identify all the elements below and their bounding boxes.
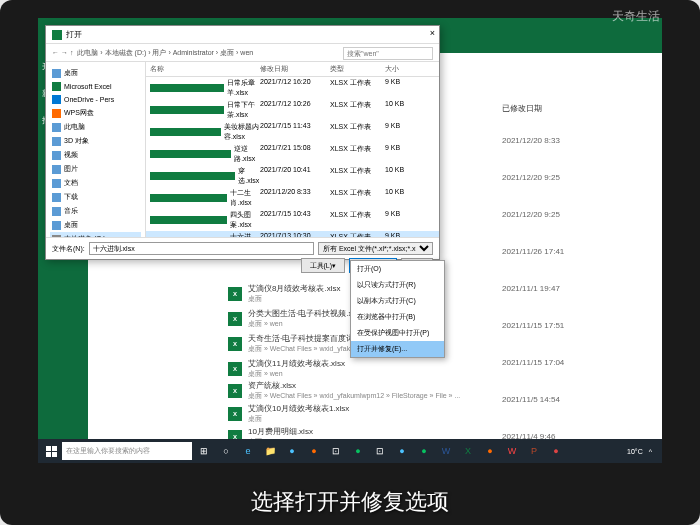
excel-icon: X xyxy=(228,362,242,376)
dd-open-readonly[interactable]: 以只读方式打开(R) xyxy=(351,277,444,293)
dialog-body: 桌面Microsoft ExcelOneDrive - PersWPS网盘此电脑… xyxy=(46,62,439,237)
app-icon[interactable]: ● xyxy=(414,441,434,461)
task-view-icon[interactable]: ⊞ xyxy=(194,441,214,461)
sidebar-item[interactable]: 视频 xyxy=(50,148,141,162)
app-icon[interactable]: P xyxy=(524,441,544,461)
app-icon[interactable]: ● xyxy=(282,441,302,461)
breadcrumb[interactable]: 此电脑 › 本地磁盘 (D:) › 用户 › Administrator › 桌… xyxy=(77,48,253,58)
system-tray[interactable]: 10°C ^ xyxy=(627,448,658,455)
edge-icon[interactable]: e xyxy=(238,441,258,461)
file-row[interactable]: 十二生肖.xlsx2021/12/20 8:33XLSX 工作表10 KB xyxy=(146,187,439,209)
sidebar-item[interactable]: 桌面 xyxy=(50,218,141,232)
app-icon[interactable]: W xyxy=(502,441,522,461)
recent-file[interactable]: X艾滴仪10月绩效考核表1.xlsx桌面 xyxy=(228,403,349,424)
sidebar-item[interactable]: 3D 对象 xyxy=(50,134,141,148)
sidebar-item[interactable]: 桌面 xyxy=(50,66,141,80)
wechat-icon[interactable]: ● xyxy=(348,441,368,461)
dd-open-copy[interactable]: 以副本方式打开(C) xyxy=(351,293,444,309)
filter-select[interactable]: 所有 Excel 文件(*.xl*;*.xlsx;*.xl xyxy=(318,242,433,255)
app-icon[interactable]: ● xyxy=(392,441,412,461)
sidebar-item[interactable]: WPS网盘 xyxy=(50,106,141,120)
excel-icon: X xyxy=(228,287,242,301)
recent-file[interactable]: X艾滴仪11月绩效考核表.xlsx桌面 » wen xyxy=(228,358,345,379)
dialog-sidebar: 桌面Microsoft ExcelOneDrive - PersWPS网盘此电脑… xyxy=(46,62,146,237)
excel-icon: X xyxy=(228,407,242,421)
excel-icon: X xyxy=(228,312,242,326)
sidebar-item[interactable]: OneDrive - Pers xyxy=(50,93,141,106)
dialog-titlebar: 打开 × xyxy=(46,26,439,44)
watermark: 天奇生活 xyxy=(612,8,660,25)
app-icon[interactable]: ● xyxy=(546,441,566,461)
recent-file[interactable]: X资产统核.xlsx桌面 » WeChat Files » wxid_yfaku… xyxy=(228,380,460,401)
dd-open-protected[interactable]: 在受保护视图中打开(P) xyxy=(351,325,444,341)
file-row[interactable]: 美妆标题内容.xlsx2021/7/15 11:43XLSX 工作表9 KB xyxy=(146,121,439,143)
close-button[interactable]: × xyxy=(430,28,435,38)
excel-taskbar-icon[interactable]: X xyxy=(458,441,478,461)
sidebar-item[interactable]: 文档 xyxy=(50,176,141,190)
tools-button[interactable]: 工具(L) ▾ xyxy=(301,258,346,273)
tray-chevron-icon[interactable]: ^ xyxy=(649,448,652,455)
recent-file[interactable]: X分类大图生活·电子科技视频.xlsx桌面 » wen xyxy=(228,308,362,329)
sidebar-item[interactable]: 此电脑 xyxy=(50,120,141,134)
recent-file[interactable]: X艾滴仪8月绩效考核表.xlsx桌面 xyxy=(228,283,340,304)
sidebar-item[interactable]: 图片 xyxy=(50,162,141,176)
weather[interactable]: 10°C xyxy=(627,448,643,455)
taskbar: 在这里输入你要搜索的内容 ⊞ ○ e 📁 ● ● ⊡ ● ⊡ ● ● W X ●… xyxy=(38,439,662,463)
file-open-dialog: 打开 × ← → ↑ 此电脑 › 本地磁盘 (D:) › 用户 › Admini… xyxy=(45,25,440,260)
file-row[interactable]: 日常下午茶.xlsx2021/7/12 10:26XLSX 工作表10 KB xyxy=(146,99,439,121)
file-list: 名称 修改日期 类型 大小 日常乐章羊.xlsx2021/7/12 16:20X… xyxy=(146,62,439,237)
sidebar-item[interactable]: 本地磁盘 (C:) xyxy=(50,232,141,237)
file-row[interactable]: 穿选.xlsx2021/7/20 10:41XLSX 工作表10 KB xyxy=(146,165,439,187)
explorer-icon[interactable]: 📁 xyxy=(260,441,280,461)
sidebar-item[interactable]: Microsoft Excel xyxy=(50,80,141,93)
screen: 开始 新建 打开 已修改日期 2021/12/20 8:33 2021/12/2… xyxy=(38,18,662,463)
file-row[interactable]: 逆逆路.xlsx2021/7/21 15:08XLSX 工作表9 KB xyxy=(146,143,439,165)
recent-dates: 已修改日期 2021/12/20 8:33 2021/12/20 9:25 20… xyxy=(502,103,602,463)
excel-icon: X xyxy=(228,337,242,351)
sidebar-item[interactable]: 下载 xyxy=(50,190,141,204)
open-dropdown-menu: 打开(O) 以只读方式打开(R) 以副本方式打开(C) 在浏览器中打开(B) 在… xyxy=(350,260,445,358)
filename-input[interactable] xyxy=(89,242,314,255)
file-columns: 名称 修改日期 类型 大小 xyxy=(146,62,439,77)
start-button[interactable] xyxy=(42,442,60,460)
file-row[interactable]: 十六进制.xlsx2021/7/13 10:30XLSX 工作表9 KB xyxy=(146,231,439,237)
excel-icon xyxy=(52,30,62,40)
file-row[interactable]: 日常乐章羊.xlsx2021/7/12 16:20XLSX 工作表9 KB xyxy=(146,77,439,99)
app-icon[interactable]: ⊡ xyxy=(370,441,390,461)
date-header: 已修改日期 xyxy=(502,103,602,114)
video-subtitle: 选择打开并修复选项 xyxy=(0,487,700,517)
app-icon[interactable]: ● xyxy=(480,441,500,461)
dd-open-browser[interactable]: 在浏览器中打开(B) xyxy=(351,309,444,325)
sidebar-item[interactable]: 音乐 xyxy=(50,204,141,218)
file-row[interactable]: 四头图案.xlsx2021/7/15 10:43XLSX 工作表9 KB xyxy=(146,209,439,231)
windows-icon xyxy=(46,446,57,457)
tablet-frame: 天奇生活 开始 新建 打开 已修改日期 2021/12/20 8:33 2021… xyxy=(0,0,700,525)
filename-label: 文件名(N): xyxy=(52,244,85,254)
app-icon[interactable]: W xyxy=(436,441,456,461)
app-icon[interactable]: ● xyxy=(304,441,324,461)
app-icon[interactable]: ⊡ xyxy=(326,441,346,461)
excel-icon: X xyxy=(228,384,242,398)
taskbar-search[interactable]: 在这里输入你要搜索的内容 xyxy=(62,442,192,460)
cortana-icon[interactable]: ○ xyxy=(216,441,236,461)
dd-open[interactable]: 打开(O) xyxy=(351,261,444,277)
dd-open-repair[interactable]: 打开并修复(E)... xyxy=(351,341,444,357)
dialog-title: 打开 xyxy=(66,29,82,40)
search-input[interactable] xyxy=(343,47,433,60)
